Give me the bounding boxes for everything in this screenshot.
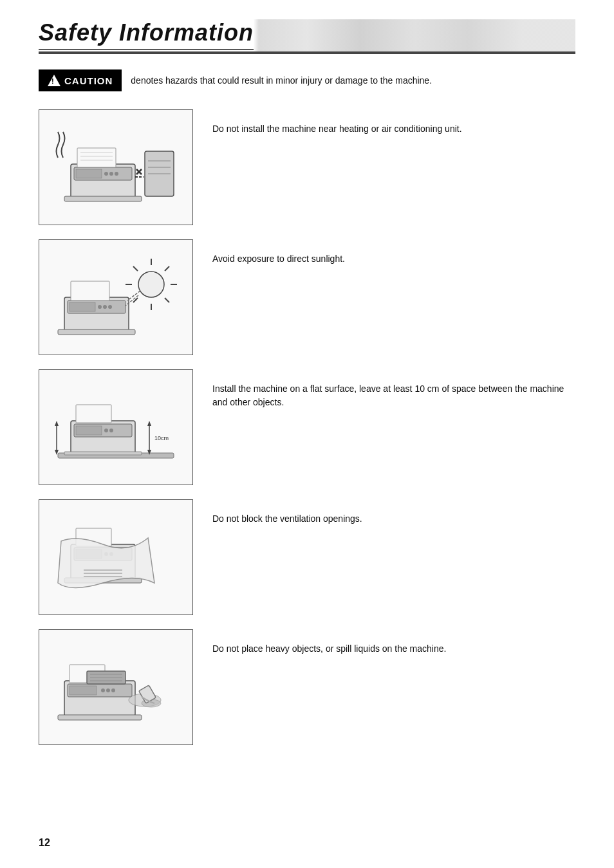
svg-point-41 xyxy=(104,429,108,432)
svg-point-23 xyxy=(108,305,112,309)
svg-rect-24 xyxy=(58,329,135,335)
svg-rect-7 xyxy=(77,148,116,167)
safety-item-flat-surface: 10cm Install the machine on a flat surfa… xyxy=(39,369,575,485)
illustration-flat-surface: 10cm xyxy=(39,369,193,485)
svg-marker-49 xyxy=(147,421,151,426)
safety-text-heavy-objects: Do not place heavy objects, or spill liq… xyxy=(212,629,575,656)
svg-point-21 xyxy=(98,305,102,309)
svg-point-5 xyxy=(115,172,118,176)
svg-line-32 xyxy=(165,298,169,302)
illustration-ventilation xyxy=(39,499,193,615)
svg-point-42 xyxy=(109,429,113,432)
svg-point-26 xyxy=(138,272,164,297)
svg-rect-43 xyxy=(64,452,142,455)
safety-item-sunlight: Avoid exposure to direct sunlight. xyxy=(39,239,575,355)
illustration-heavy-objects xyxy=(39,629,193,745)
illustration-sunlight xyxy=(39,239,193,355)
svg-rect-40 xyxy=(76,426,102,435)
svg-rect-25 xyxy=(71,281,109,300)
svg-rect-44 xyxy=(76,405,111,423)
safety-text-flat-surface: Install the machine on a flat surface, l… xyxy=(212,369,575,409)
svg-rect-64 xyxy=(70,686,97,695)
svg-point-22 xyxy=(103,305,107,309)
svg-line-31 xyxy=(133,266,138,271)
safety-text-sunlight: Avoid exposure to direct sunlight. xyxy=(212,239,575,266)
svg-point-3 xyxy=(104,172,108,176)
caution-label: CAUTION xyxy=(64,75,113,86)
svg-point-65 xyxy=(101,688,105,692)
safety-item-ventilation: Do not block the ventilation openings. xyxy=(39,499,575,615)
safety-text-ventilation: Do not block the ventilation openings. xyxy=(212,499,575,526)
svg-text:10cm: 10cm xyxy=(154,435,169,441)
svg-point-66 xyxy=(106,688,110,692)
svg-rect-6 xyxy=(64,196,142,201)
safety-text-heating: Do not install the machine near heating … xyxy=(212,109,575,136)
caution-triangle-icon xyxy=(48,75,60,86)
page-number: 12 xyxy=(39,837,50,849)
svg-rect-2 xyxy=(76,169,102,178)
svg-point-4 xyxy=(109,172,113,176)
page-title: Safety Information xyxy=(39,19,254,50)
page-header: Safety Information xyxy=(39,19,575,54)
caution-description: denotes hazards that could result in min… xyxy=(131,75,432,86)
svg-rect-20 xyxy=(70,302,95,311)
safety-item-heavy-objects: Do not place heavy objects, or spill liq… xyxy=(39,629,575,745)
svg-marker-46 xyxy=(55,421,59,426)
caution-row: CAUTION denotes hazards that could resul… xyxy=(39,69,575,91)
svg-line-33 xyxy=(165,266,169,271)
svg-rect-68 xyxy=(58,715,142,720)
illustration-heating xyxy=(39,109,193,225)
caution-badge: CAUTION xyxy=(39,69,122,91)
safety-item-heating: Do not install the machine near heating … xyxy=(39,109,575,225)
svg-point-67 xyxy=(111,688,115,692)
